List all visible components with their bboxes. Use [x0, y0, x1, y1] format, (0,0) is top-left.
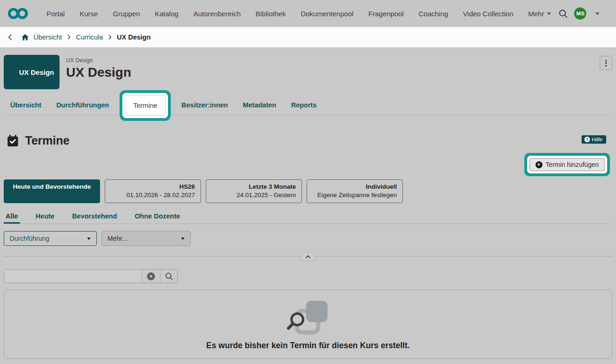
date-filter-individuell[interactable]: Individuell Eigene Zeitspanne festlegen — [307, 179, 403, 203]
nav-item-dokumentenpool[interactable]: Dokumentenpool — [293, 10, 361, 18]
question-icon: ? — [584, 137, 590, 142]
chevron-down-icon — [87, 238, 91, 240]
tab-durchfuehrungen[interactable]: Durchführungen — [49, 101, 117, 109]
home-icon[interactable] — [21, 33, 29, 41]
date-filter-title: Individuell — [366, 183, 397, 190]
course-thumbnail-label: UX Design — [19, 68, 54, 76]
main-menu: Portal Kurse Gruppen Katalog Autorenbere… — [39, 10, 558, 18]
chevron-down-icon — [181, 238, 185, 240]
collapse-filters-button[interactable] — [301, 252, 315, 261]
search-icon — [165, 272, 174, 281]
tab-uebersicht[interactable]: Übersicht — [4, 101, 49, 109]
list-tab-alle[interactable]: Alle — [4, 212, 20, 224]
nav-right-controls: MS — [558, 7, 599, 20]
tab-reports[interactable]: Reports — [284, 101, 324, 109]
empty-search-illustration-icon — [284, 300, 332, 338]
add-termin-button[interactable]: + Termin hinzufügen — [529, 158, 605, 171]
nav-item-gruppen[interactable]: Gruppen — [105, 10, 147, 18]
kebab-menu-button[interactable] — [600, 56, 612, 70]
tab-besitzerinnen[interactable]: Besitzer:innen — [174, 101, 235, 109]
chevron-down-icon[interactable] — [596, 13, 599, 15]
breadcrumb-current: UX Design — [117, 33, 151, 41]
back-chevron-icon[interactable] — [7, 33, 14, 41]
tab-termine[interactable]: Termine — [125, 95, 166, 116]
date-filter-letzte-3-monate[interactable]: Letzte 3 Monate 24.01.2025 - Gestern — [206, 179, 302, 203]
nav-item-mehr-label: Mehr — [528, 10, 544, 18]
durchfuehrung-dropdown-label: Durchführung — [10, 235, 49, 242]
course-header: UX Design UX Design UX Design — [4, 55, 612, 89]
help-badge[interactable]: ? Hilfe — [582, 135, 606, 144]
breadcrumb-separator-icon — [107, 34, 113, 40]
course-tabs: Übersicht Durchführungen Termine Besitze… — [4, 95, 612, 115]
nav-item-mehr[interactable]: Mehr — [521, 10, 558, 18]
avatar[interactable]: MS — [574, 7, 586, 20]
nav-item-coaching[interactable]: Coaching — [411, 10, 455, 18]
breadcrumb-link-curricula[interactable]: Curricula — [76, 33, 103, 41]
empty-state-message: Es wurde bisher kein Termin für diesen K… — [206, 341, 409, 351]
plus-icon: + — [536, 161, 542, 168]
search-icon[interactable] — [558, 9, 568, 19]
logo-infinity-icon[interactable] — [7, 7, 29, 20]
table-search: × — [4, 269, 178, 283]
list-tab-ohne-dozente[interactable]: Ohne Dozente — [133, 212, 182, 224]
help-badge-label: Hilfe — [592, 137, 603, 142]
tutorial-highlight-add-button: + Termin hinzufügen — [524, 153, 610, 176]
breadcrumb-link-uebersicht[interactable]: Übersicht — [33, 33, 62, 41]
date-filter-title: Heute und Bevorstehende — [13, 183, 91, 190]
filter-dropdown-row: Durchführung Mehr... — [4, 231, 612, 246]
date-filter-range: Eigene Zeitspanne festlegen — [317, 192, 397, 199]
calendar-check-icon — [7, 134, 19, 147]
course-meta: UX Design UX Design — [66, 55, 131, 89]
list-tabs: Alle Heute Bevorstehend Ohne Dozente — [4, 212, 612, 224]
tutorial-highlight-inner: + Termin hinzufügen — [527, 156, 607, 173]
nav-item-video-collection[interactable]: Video Collection — [455, 10, 521, 18]
kebab-menu-icon — [605, 60, 607, 66]
clear-search-button[interactable]: × — [141, 270, 160, 283]
search-submit-button[interactable] — [160, 270, 177, 283]
add-button-row: + Termin hinzufügen — [4, 153, 612, 176]
durchfuehrung-dropdown[interactable]: Durchführung — [4, 231, 97, 246]
nav-item-katalog[interactable]: Katalog — [147, 10, 186, 18]
date-filter-title: HS26 — [179, 183, 195, 190]
empty-state-panel: Es wurde bisher kein Termin für diesen K… — [4, 290, 612, 359]
section-title: Termine — [25, 134, 69, 147]
nav-item-kurse[interactable]: Kurse — [72, 10, 105, 18]
tab-metadaten[interactable]: Metadaten — [235, 101, 284, 109]
tutorial-highlight-termine-tab: Termine — [120, 90, 171, 121]
mehr-dropdown-label: Mehr... — [107, 235, 127, 242]
nav-item-fragenpool[interactable]: Fragenpool — [361, 10, 411, 18]
top-navigation: Portal Kurse Gruppen Katalog Autorenbere… — [0, 0, 616, 27]
chevron-up-icon — [305, 254, 311, 259]
date-filter-row: Heute und Bevorstehende HS26 01.10.2026 … — [4, 179, 612, 203]
date-filter-hs26[interactable]: HS26 01.10.2026 - 28.02.2027 — [105, 179, 201, 203]
date-filter-heute-und-bevorstehende[interactable]: Heute und Bevorstehende — [4, 179, 100, 203]
main-content: UX Design UX Design UX Design Übersicht … — [0, 55, 616, 359]
list-tab-bevorstehend[interactable]: Bevorstehend — [70, 212, 119, 224]
section-header: Termine ? Hilfe — [4, 134, 612, 147]
date-filter-title: Letzte 3 Monate — [249, 183, 296, 190]
breadcrumb: Übersicht Curricula UX Design — [0, 27, 616, 48]
nav-item-bibliothek[interactable]: Bibliothek — [248, 10, 293, 18]
course-subtitle: UX Design — [66, 57, 131, 64]
add-termin-button-label: Termin hinzufügen — [546, 161, 599, 168]
date-filter-range: 01.10.2026 - 28.02.2027 — [127, 192, 195, 199]
tutorial-highlight-inner: Termine — [122, 93, 168, 118]
list-tab-heute[interactable]: Heute — [34, 212, 56, 224]
course-thumbnail: UX Design — [4, 55, 60, 89]
date-filter-range: 24.01.2025 - Gestern — [236, 192, 296, 199]
page-title: UX Design — [66, 65, 131, 80]
mehr-dropdown[interactable]: Mehr... — [101, 231, 191, 246]
breadcrumb-separator-icon — [66, 34, 72, 40]
filter-collapse-divider — [4, 252, 612, 262]
nav-item-portal[interactable]: Portal — [39, 10, 72, 18]
search-input[interactable] — [4, 270, 141, 283]
clear-icon: × — [147, 272, 155, 280]
nav-item-autorenbereich[interactable]: Autorenbereich — [186, 10, 248, 18]
chevron-down-icon — [547, 13, 551, 15]
